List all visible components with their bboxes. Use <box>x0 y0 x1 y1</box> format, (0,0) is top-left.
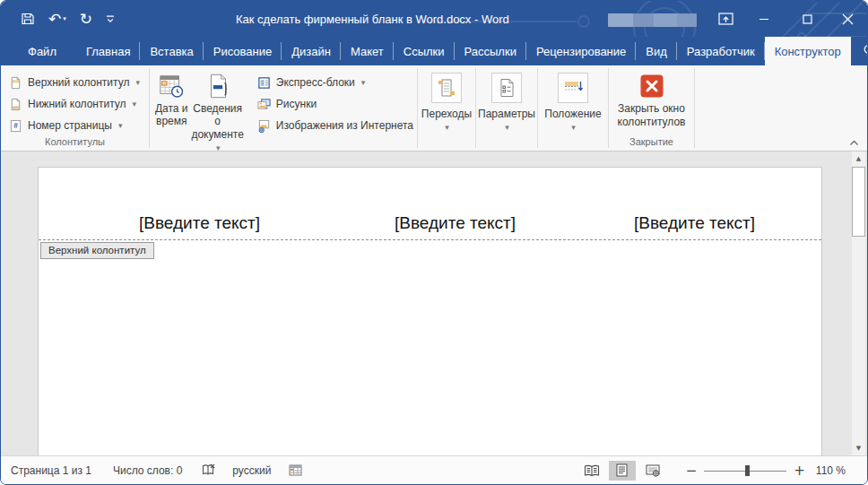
document-page: [Введите текст] [Введите текст] [Введите… <box>38 167 822 455</box>
tab-home[interactable]: Главная <box>76 37 140 65</box>
word-window: ↶ ▾ ↻ Как сделать фирменный бланк в Word… <box>0 0 868 485</box>
document-area: [Введите текст] [Введите текст] [Введите… <box>1 152 867 455</box>
tab-draw[interactable]: Рисование <box>204 37 282 65</box>
zoom-slider-handle[interactable] <box>745 465 750 476</box>
dropdown-caret-icon: ▾ <box>571 124 576 132</box>
word-count[interactable]: Число слов: 0 <box>113 464 182 477</box>
web-layout-button[interactable] <box>639 461 666 481</box>
online-pictures-button[interactable]: Изображения из Интернета <box>249 115 417 136</box>
document-info-button[interactable]: Сведения о документе ▾ <box>190 72 246 154</box>
tab-layout[interactable]: Макет <box>341 37 394 65</box>
scroll-down-button[interactable]: ▼ <box>852 441 865 455</box>
zoom-slider[interactable] <box>704 464 786 477</box>
lightbulb-icon <box>862 44 868 59</box>
print-layout-button[interactable] <box>609 461 636 481</box>
macro-record-button[interactable] <box>289 464 302 476</box>
group-navigation: Переходы ▾ <box>418 65 475 151</box>
maximize-button[interactable] <box>786 1 828 37</box>
customize-qat-icon <box>106 14 115 23</box>
dropdown-caret-icon: ▾ <box>133 100 137 108</box>
close-header-footer-label: Закрыть окно колонтитулов <box>609 102 694 129</box>
header-placeholder-center[interactable]: [Введите текст] <box>395 213 516 233</box>
ribbon-tab-row: Файл Главная Вставка Рисование Дизайн Ма… <box>1 37 867 65</box>
proofing-status-button[interactable] <box>202 463 216 477</box>
ribbon-display-options-button[interactable] <box>705 1 746 37</box>
dropdown-caret-icon: ▾ <box>445 124 449 132</box>
undo-button[interactable]: ↶ ▾ <box>48 12 66 27</box>
ribbon: Верхний колонтитул ▾ Нижний колонтитул ▾… <box>1 65 867 152</box>
save-button[interactable] <box>21 12 35 26</box>
maximize-icon <box>803 14 812 24</box>
minimize-icon <box>759 13 769 24</box>
scroll-up-button[interactable]: ▲ <box>852 152 865 166</box>
options-icon <box>496 77 517 99</box>
zoom-out-button[interactable]: − <box>686 463 698 479</box>
header-placeholder-left[interactable]: [Введите текст] <box>139 213 260 233</box>
group-position: Положение ▾ <box>538 65 608 151</box>
page-number-button[interactable]: # Номер страницы ▾ <box>1 115 149 136</box>
online-pictures-label: Изображения из Интернета <box>276 119 413 132</box>
dropdown-caret-icon: ▾ <box>361 79 366 87</box>
footer-button-label: Нижний колонтитул <box>28 98 126 110</box>
date-time-icon <box>158 73 185 100</box>
language-indicator[interactable]: русский <box>232 464 271 477</box>
close-header-footer-icon <box>640 74 664 98</box>
page-number-icon: # <box>9 119 22 133</box>
read-mode-button[interactable] <box>578 461 605 481</box>
navigation-dropdown-button[interactable]: Переходы ▾ <box>421 73 472 132</box>
tell-me-help[interactable]: Помощн <box>851 37 868 65</box>
collapse-ribbon-icon <box>849 140 859 146</box>
vertical-scrollbar[interactable]: ▲ ▼ <box>852 152 865 455</box>
footer-icon <box>9 98 22 111</box>
date-time-button[interactable]: Дата и время <box>153 72 190 128</box>
header-button[interactable]: Верхний колонтитул ▾ <box>1 72 149 93</box>
window-title: Как сделать фирменный бланк в Word.docx … <box>236 1 509 37</box>
close-header-footer-button[interactable]: Закрыть окно колонтитулов <box>609 65 694 129</box>
tab-header-footer-design[interactable]: Конструктор <box>765 37 851 65</box>
scrollbar-thumb[interactable] <box>852 167 865 237</box>
tab-file[interactable]: Файл <box>13 37 71 65</box>
zoom-level[interactable]: 110 % <box>816 464 846 477</box>
ribbon-display-options-icon <box>718 13 733 25</box>
position-dropdown-button[interactable]: Положение ▾ <box>544 73 601 132</box>
pictures-button[interactable]: Рисунки <box>249 93 417 115</box>
tab-references[interactable]: Ссылки <box>394 37 455 65</box>
redacted-account-name <box>608 13 697 27</box>
options-iconbox <box>491 73 522 103</box>
footer-button[interactable]: Нижний колонтитул ▾ <box>1 93 149 115</box>
online-pictures-icon <box>257 119 271 133</box>
options-label: Параметры <box>478 108 535 120</box>
dropdown-caret-icon: ▾ <box>505 124 509 132</box>
page-header-zone[interactable]: [Введите текст] [Введите текст] [Введите… <box>39 168 821 240</box>
customize-qat-button[interactable] <box>106 14 115 23</box>
ribbon-group-separator <box>694 68 695 148</box>
minimize-button[interactable] <box>743 1 785 37</box>
dropdown-caret-icon: ▾ <box>135 79 140 87</box>
group-close: Закрыть окно колонтитулов Закрытие <box>609 65 694 151</box>
tab-mailings[interactable]: Рассылки <box>455 37 526 65</box>
save-icon <box>21 12 35 26</box>
undo-icon: ↶ <box>48 12 61 27</box>
tab-insert[interactable]: Вставка <box>140 37 203 65</box>
tab-design[interactable]: Дизайн <box>282 37 341 65</box>
tab-developer[interactable]: Разработчик <box>677 37 765 65</box>
tab-view[interactable]: Вид <box>636 37 677 65</box>
header-tag: Верхний колонтитул <box>40 242 154 259</box>
header-placeholder-right[interactable]: [Введите текст] <box>634 213 755 233</box>
macro-record-icon <box>289 464 302 476</box>
redo-button[interactable]: ↻ <box>80 12 92 27</box>
group-label-headers: Колонтитулы <box>1 136 149 151</box>
page-indicator[interactable]: Страница 1 из 1 <box>11 464 91 477</box>
collapse-ribbon-button[interactable] <box>849 140 859 146</box>
close-window-button[interactable] <box>827 1 868 37</box>
options-dropdown-button[interactable]: Параметры ▾ <box>478 73 535 132</box>
titlebar: ↶ ▾ ↻ Как сделать фирменный бланк в Word… <box>1 1 867 37</box>
zoom-in-button[interactable]: + <box>794 463 805 479</box>
group-options: Параметры ▾ <box>476 65 537 151</box>
read-mode-icon <box>584 464 600 477</box>
document-info-label: Сведения о документе <box>191 102 244 141</box>
header-button-label: Верхний колонтитул <box>28 76 129 89</box>
tab-review[interactable]: Рецензирование <box>526 37 636 65</box>
pictures-icon <box>257 98 271 111</box>
quick-parts-button[interactable]: Экспресс-блоки ▾ <box>249 72 417 93</box>
